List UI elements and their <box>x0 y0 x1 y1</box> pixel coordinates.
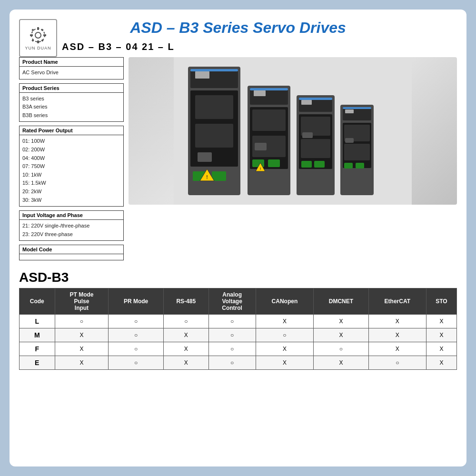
table-cell-1-2: ○ <box>109 328 163 342</box>
gear-icon <box>29 26 48 45</box>
table-cell-1-7: X <box>368 328 426 342</box>
svg-rect-40 <box>302 132 313 138</box>
svg-rect-50 <box>345 138 354 143</box>
table-row: MX○X○○XXX <box>20 328 457 342</box>
main-content: Product Name AC Servo Drive Product Seri… <box>19 57 457 264</box>
servo-drives-svg: ! ! <box>129 57 457 205</box>
svg-rect-17 <box>195 124 233 148</box>
col-header-rs485: RS-485 <box>163 288 208 315</box>
table-cell-0-1: ○ <box>55 315 109 328</box>
svg-rect-34 <box>301 100 312 105</box>
table-cell-2-2: ○ <box>109 342 163 356</box>
col-header-canopen: CANopen <box>256 288 314 315</box>
spec-content-model-code <box>20 254 123 260</box>
svg-text:!: ! <box>206 175 208 180</box>
svg-rect-39 <box>314 161 325 168</box>
svg-rect-48 <box>344 163 353 169</box>
table-cell-3-7: ○ <box>368 356 426 370</box>
spec-title-rated-power: Rated Power Output <box>20 126 123 135</box>
table-row: L○○○○XXXX <box>20 315 457 328</box>
col-header-sto: STO <box>426 288 456 315</box>
product-image: ! ! <box>129 57 457 205</box>
col-header-ethercat: EtherCAT <box>368 288 426 315</box>
svg-rect-49 <box>356 163 364 169</box>
asd-b3-title: ASD-B3 <box>19 270 457 285</box>
table-row: FX○X○X○XX <box>20 342 457 356</box>
spec-box-input-voltage: Input Voltage and Phase 21: 220V single-… <box>19 210 124 241</box>
table-cell-1-5: ○ <box>256 328 314 342</box>
image-panel: ! ! <box>129 57 457 264</box>
svg-rect-6 <box>31 29 34 31</box>
svg-rect-5 <box>43 34 46 36</box>
spec-title-input-voltage: Input Voltage and Phase <box>20 211 123 220</box>
svg-rect-20 <box>198 152 212 162</box>
table-cell-3-1: X <box>55 356 109 370</box>
table-cell-2-8: X <box>426 342 456 356</box>
spec-title-model-code: Model Code <box>20 245 123 254</box>
svg-rect-28 <box>252 159 264 167</box>
table-cell-2-5: X <box>256 342 314 356</box>
svg-rect-26 <box>252 109 286 131</box>
spec-box-product-series: Product Series B3 seriesB3A seriesB3B se… <box>19 83 124 122</box>
header: YUN DUAN ASD – B3 Series Servo Drives <box>19 19 457 37</box>
spec-content-input-voltage: 21: 220V single-/three-phase23: 220V thr… <box>20 220 123 240</box>
col-header-analog: AnalogVoltageControl <box>208 288 256 315</box>
table-cell-1-3: X <box>163 328 208 342</box>
table-cell-3-6: X <box>314 356 368 370</box>
svg-rect-16 <box>195 95 233 119</box>
spec-panel: Product Name AC Servo Drive Product Seri… <box>19 57 124 264</box>
table-cell-2-4: ○ <box>208 342 256 356</box>
logo-text: YUN DUAN <box>25 46 51 50</box>
spec-box-model-code: Model Code <box>19 245 124 260</box>
table-cell-2-6: ○ <box>314 342 368 356</box>
svg-rect-24 <box>254 90 266 96</box>
svg-rect-14 <box>195 71 209 79</box>
page-title: ASD – B3 Series Servo Drives <box>19 19 457 37</box>
col-header-pr-mode: PR Mode <box>109 288 163 315</box>
spec-box-rated-power: Rated Power Output 01: 100W02: 200W04: 4… <box>19 126 124 207</box>
model-code-line: ASD – B3 – 04 21 – L <box>62 41 457 52</box>
svg-rect-42 <box>343 107 371 120</box>
col-header-pt-mode: PT ModePulseInput <box>55 288 109 315</box>
svg-rect-19 <box>212 171 226 181</box>
spec-content-product-name: AC Servo Drive <box>20 67 123 79</box>
table-cell-3-3: X <box>163 356 208 370</box>
svg-rect-47 <box>344 144 370 160</box>
table-cell-2-1: X <box>55 342 109 356</box>
table-cell-0-8: X <box>426 315 456 328</box>
svg-rect-33 <box>299 98 332 100</box>
table-cell-1-8: X <box>426 328 456 342</box>
table-cell-0-7: X <box>368 315 426 328</box>
table-cell-2-0: F <box>20 342 55 356</box>
table-header-row: Code PT ModePulseInput PR Mode RS-485 An… <box>20 288 457 315</box>
table-cell-0-3: ○ <box>163 315 208 328</box>
svg-rect-30 <box>255 143 267 150</box>
table-cell-1-0: M <box>20 328 55 342</box>
table-cell-0-5: X <box>256 315 314 328</box>
svg-rect-2 <box>37 27 39 30</box>
col-header-dmcnet: DMCNET <box>314 288 368 315</box>
table-cell-1-4: ○ <box>208 328 256 342</box>
svg-rect-43 <box>343 107 371 109</box>
table-cell-0-6: X <box>314 315 368 328</box>
table-cell-2-7: X <box>368 342 426 356</box>
svg-rect-37 <box>301 139 330 158</box>
spec-content-rated-power: 01: 100W02: 200W04: 400W07: 750W10: 1kW1… <box>20 135 123 206</box>
svg-rect-29 <box>268 159 280 167</box>
main-container: YUN DUAN ASD – B3 Series Servo Drives AS… <box>10 10 466 466</box>
col-header-code: Code <box>20 288 55 315</box>
table-row: EX○X○XX○X <box>20 356 457 370</box>
svg-point-0 <box>35 32 41 38</box>
table-cell-0-0: L <box>20 315 55 328</box>
spec-table: Code PT ModePulseInput PR Mode RS-485 An… <box>19 288 457 370</box>
table-cell-3-5: X <box>256 356 314 370</box>
spec-title-product-name: Product Name <box>20 58 123 67</box>
svg-rect-44 <box>345 109 354 113</box>
table-cell-3-0: E <box>20 356 55 370</box>
table-cell-3-8: X <box>426 356 456 370</box>
table-cell-1-6: X <box>314 328 368 342</box>
svg-rect-3 <box>37 40 39 43</box>
svg-rect-13 <box>190 69 238 71</box>
asd-b3-section: ASD-B3 Code PT ModePulseInput PR Mode RS… <box>19 270 457 370</box>
table-cell-0-4: ○ <box>208 315 256 328</box>
